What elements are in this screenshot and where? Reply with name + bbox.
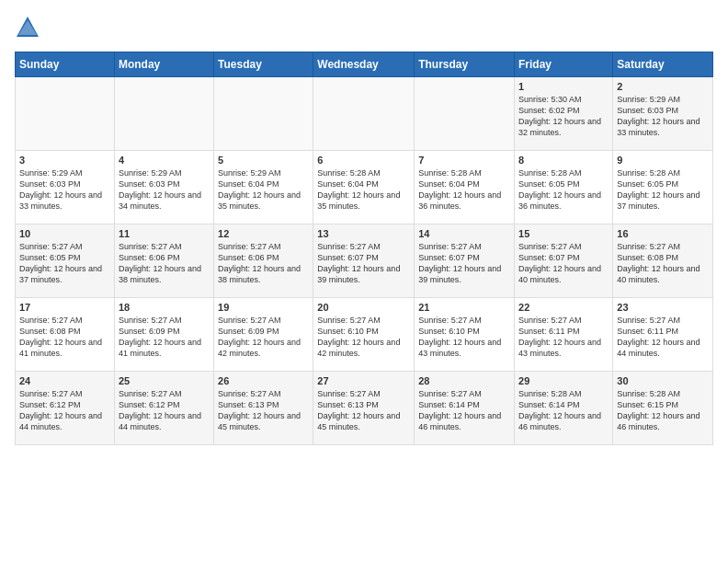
day-info: Sunrise: 5:28 AMSunset: 6:04 PMDaylight:…	[317, 167, 410, 213]
calendar-cell: 7Sunrise: 5:28 AMSunset: 6:04 PMDaylight…	[415, 151, 515, 224]
day-number: 28	[418, 375, 510, 386]
calendar-cell: 4Sunrise: 5:29 AMSunset: 6:03 PMDaylight…	[114, 151, 213, 224]
weekday-header-saturday: Saturday	[613, 52, 713, 77]
calendar-cell	[16, 77, 115, 151]
calendar-cell: 13Sunrise: 5:27 AMSunset: 6:07 PMDayligh…	[313, 224, 415, 298]
weekday-header-thursday: Thursday	[415, 52, 515, 77]
day-info: Sunrise: 5:28 AMSunset: 6:05 PMDaylight:…	[617, 167, 709, 213]
day-number: 22	[518, 302, 609, 313]
calendar-cell: 19Sunrise: 5:27 AMSunset: 6:09 PMDayligh…	[214, 298, 313, 372]
calendar-cell: 24Sunrise: 5:27 AMSunset: 6:12 PMDayligh…	[16, 372, 115, 445]
day-info: Sunrise: 5:27 AMSunset: 6:05 PMDaylight:…	[19, 241, 110, 286]
day-number: 13	[317, 228, 410, 239]
day-number: 19	[218, 302, 309, 313]
calendar-cell: 22Sunrise: 5:27 AMSunset: 6:11 PMDayligh…	[515, 298, 613, 372]
calendar-cell	[415, 77, 515, 151]
day-number: 25	[119, 375, 210, 386]
day-info: Sunrise: 5:27 AMSunset: 6:13 PMDaylight:…	[218, 388, 309, 433]
day-number: 1	[518, 81, 609, 92]
day-info: Sunrise: 5:27 AMSunset: 6:07 PMDaylight:…	[518, 241, 609, 286]
day-number: 10	[19, 228, 110, 239]
calendar-cell: 5Sunrise: 5:29 AMSunset: 6:04 PMDaylight…	[214, 151, 313, 224]
day-info: Sunrise: 5:27 AMSunset: 6:08 PMDaylight:…	[19, 315, 110, 360]
day-number: 17	[19, 302, 110, 313]
calendar-cell: 26Sunrise: 5:27 AMSunset: 6:13 PMDayligh…	[214, 372, 313, 445]
logo	[15, 15, 44, 40]
calendar-cell: 2Sunrise: 5:29 AMSunset: 6:03 PMDaylight…	[613, 77, 713, 151]
day-info: Sunrise: 5:27 AMSunset: 6:12 PMDaylight:…	[119, 388, 210, 433]
calendar-cell: 25Sunrise: 5:27 AMSunset: 6:12 PMDayligh…	[114, 372, 213, 445]
day-number: 23	[617, 302, 709, 313]
day-info: Sunrise: 5:29 AMSunset: 6:03 PMDaylight:…	[617, 94, 709, 139]
day-number: 8	[518, 155, 609, 166]
calendar-cell: 12Sunrise: 5:27 AMSunset: 6:06 PMDayligh…	[214, 224, 313, 298]
calendar-cell: 15Sunrise: 5:27 AMSunset: 6:07 PMDayligh…	[515, 224, 613, 298]
day-info: Sunrise: 5:27 AMSunset: 6:14 PMDaylight:…	[418, 388, 510, 433]
day-info: Sunrise: 5:29 AMSunset: 6:03 PMDaylight:…	[19, 167, 110, 213]
weekday-header-monday: Monday	[114, 52, 213, 77]
calendar-cell	[214, 77, 313, 151]
calendar-cell: 20Sunrise: 5:27 AMSunset: 6:10 PMDayligh…	[313, 298, 415, 372]
day-info: Sunrise: 5:27 AMSunset: 6:11 PMDaylight:…	[518, 315, 609, 360]
day-info: Sunrise: 5:30 AMSunset: 6:02 PMDaylight:…	[518, 94, 609, 139]
day-number: 18	[119, 302, 210, 313]
calendar-cell: 16Sunrise: 5:27 AMSunset: 6:08 PMDayligh…	[613, 224, 713, 298]
day-info: Sunrise: 5:27 AMSunset: 6:07 PMDaylight:…	[418, 241, 510, 286]
calendar-cell: 9Sunrise: 5:28 AMSunset: 6:05 PMDaylight…	[613, 151, 713, 224]
day-number: 14	[418, 228, 510, 239]
day-info: Sunrise: 5:28 AMSunset: 6:04 PMDaylight:…	[418, 167, 510, 213]
day-info: Sunrise: 5:27 AMSunset: 6:10 PMDaylight:…	[418, 315, 510, 360]
day-info: Sunrise: 5:27 AMSunset: 6:11 PMDaylight:…	[617, 315, 709, 360]
calendar-cell: 8Sunrise: 5:28 AMSunset: 6:05 PMDaylight…	[515, 151, 613, 224]
day-info: Sunrise: 5:27 AMSunset: 6:08 PMDaylight:…	[617, 241, 709, 286]
weekday-header-row: SundayMondayTuesdayWednesdayThursdayFrid…	[16, 52, 713, 77]
calendar-week-row: 17Sunrise: 5:27 AMSunset: 6:08 PMDayligh…	[16, 298, 713, 372]
day-info: Sunrise: 5:27 AMSunset: 6:13 PMDaylight:…	[317, 388, 410, 433]
day-info: Sunrise: 5:27 AMSunset: 6:06 PMDaylight:…	[218, 241, 309, 286]
day-number: 11	[119, 228, 210, 239]
day-info: Sunrise: 5:27 AMSunset: 6:07 PMDaylight:…	[317, 241, 410, 286]
calendar-cell: 3Sunrise: 5:29 AMSunset: 6:03 PMDaylight…	[16, 151, 115, 224]
calendar-cell: 21Sunrise: 5:27 AMSunset: 6:10 PMDayligh…	[415, 298, 515, 372]
day-info: Sunrise: 5:28 AMSunset: 6:14 PMDaylight:…	[518, 388, 609, 433]
calendar-cell: 1Sunrise: 5:30 AMSunset: 6:02 PMDaylight…	[515, 77, 613, 151]
day-number: 20	[317, 302, 410, 313]
calendar-cell: 11Sunrise: 5:27 AMSunset: 6:06 PMDayligh…	[114, 224, 213, 298]
day-number: 12	[218, 228, 309, 239]
day-info: Sunrise: 5:27 AMSunset: 6:09 PMDaylight:…	[119, 315, 210, 360]
weekday-header-tuesday: Tuesday	[214, 52, 313, 77]
calendar-cell: 17Sunrise: 5:27 AMSunset: 6:08 PMDayligh…	[16, 298, 115, 372]
calendar-cell: 23Sunrise: 5:27 AMSunset: 6:11 PMDayligh…	[613, 298, 713, 372]
day-number: 5	[218, 155, 309, 166]
day-number: 3	[19, 155, 110, 166]
calendar-week-row: 10Sunrise: 5:27 AMSunset: 6:05 PMDayligh…	[16, 224, 713, 298]
day-number: 21	[418, 302, 510, 313]
day-number: 30	[617, 375, 709, 386]
calendar-cell	[313, 77, 415, 151]
svg-marker-1	[18, 20, 37, 35]
day-info: Sunrise: 5:27 AMSunset: 6:12 PMDaylight:…	[19, 388, 110, 433]
calendar-cell: 30Sunrise: 5:28 AMSunset: 6:15 PMDayligh…	[613, 372, 713, 445]
calendar-cell: 14Sunrise: 5:27 AMSunset: 6:07 PMDayligh…	[415, 224, 515, 298]
day-number: 9	[617, 155, 709, 166]
day-info: Sunrise: 5:29 AMSunset: 6:04 PMDaylight:…	[218, 167, 309, 213]
day-info: Sunrise: 5:27 AMSunset: 6:10 PMDaylight:…	[317, 315, 410, 360]
day-info: Sunrise: 5:28 AMSunset: 6:15 PMDaylight:…	[617, 388, 709, 433]
calendar-cell: 28Sunrise: 5:27 AMSunset: 6:14 PMDayligh…	[415, 372, 515, 445]
day-number: 16	[617, 228, 709, 239]
day-info: Sunrise: 5:29 AMSunset: 6:03 PMDaylight:…	[119, 167, 210, 213]
calendar-cell: 6Sunrise: 5:28 AMSunset: 6:04 PMDaylight…	[313, 151, 415, 224]
weekday-header-wednesday: Wednesday	[313, 52, 415, 77]
calendar-week-row: 1Sunrise: 5:30 AMSunset: 6:02 PMDaylight…	[16, 77, 713, 151]
calendar-week-row: 3Sunrise: 5:29 AMSunset: 6:03 PMDaylight…	[16, 151, 713, 224]
day-number: 29	[518, 375, 609, 386]
day-number: 24	[19, 375, 110, 386]
calendar-cell: 18Sunrise: 5:27 AMSunset: 6:09 PMDayligh…	[114, 298, 213, 372]
day-number: 7	[418, 155, 510, 166]
day-number: 2	[617, 81, 709, 92]
calendar-cell: 27Sunrise: 5:27 AMSunset: 6:13 PMDayligh…	[313, 372, 415, 445]
day-number: 15	[518, 228, 609, 239]
calendar-cell: 29Sunrise: 5:28 AMSunset: 6:14 PMDayligh…	[515, 372, 613, 445]
calendar-cell: 10Sunrise: 5:27 AMSunset: 6:05 PMDayligh…	[16, 224, 115, 298]
weekday-header-friday: Friday	[515, 52, 613, 77]
